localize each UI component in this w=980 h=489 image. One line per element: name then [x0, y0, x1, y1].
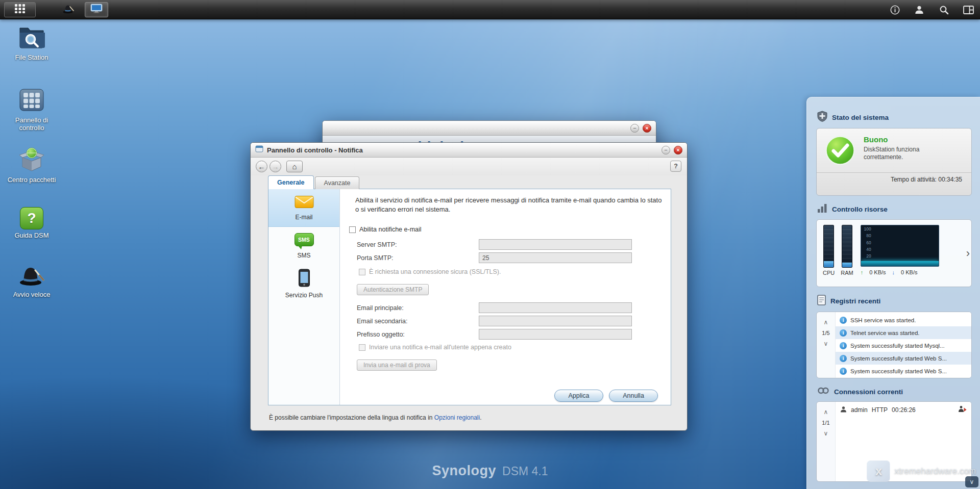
smtp-port-input[interactable]	[479, 252, 632, 263]
home-button[interactable]: ⌂	[286, 161, 303, 172]
sidebar-item-label: E-mail	[295, 214, 312, 221]
secondary-email-row: Email secondaria:	[357, 316, 632, 326]
desktop-icon-package-center[interactable]: Centro pacchetti	[5, 147, 58, 184]
smartphone-icon	[298, 269, 310, 289]
minimize-glyph: −	[633, 125, 636, 131]
notify-new-user-checkbox-row[interactable]: Inviare una notifica e-mail all'utente a…	[359, 344, 511, 351]
checkbox[interactable]	[359, 269, 365, 275]
download-rate: 0 KB/s	[901, 269, 917, 275]
widget-title: Connessioni correnti	[834, 388, 903, 396]
send-test-email-button[interactable]: Invia una e-mail di prova	[357, 359, 437, 371]
file-station-icon	[18, 25, 45, 52]
main-menu-button[interactable]	[4, 2, 36, 17]
ssl-checkbox-row[interactable]: È richiesta una connessione sicura (SSL/…	[359, 268, 501, 275]
site-watermark-text: xtremehardware.com	[894, 466, 976, 476]
sms-bubble-icon: SMS	[295, 233, 314, 249]
close-glyph: ×	[645, 125, 648, 131]
info-icon[interactable]	[888, 3, 901, 16]
desktop-icon-label: Avvio veloce	[13, 291, 51, 299]
enable-email-checkbox-row[interactable]: Abilita notifiche e-mail	[349, 226, 422, 233]
tab-generale[interactable]: Generale	[268, 175, 314, 189]
connections-page-indicator: 1/1	[822, 420, 829, 426]
footer-note-text: È possibile cambiare l'impostazione dell…	[269, 414, 434, 421]
brand-version: DSM 4.1	[502, 465, 548, 478]
help-button[interactable]: ?	[670, 161, 681, 172]
taskbar-show-desktop-app[interactable]	[85, 2, 108, 17]
upload-arrow-icon: ↑	[861, 269, 864, 275]
home-icon: ⌂	[292, 162, 297, 171]
user-icon[interactable]	[913, 3, 926, 16]
kick-user-icon[interactable]	[958, 405, 967, 414]
site-logo-icon: x	[867, 460, 890, 482]
shield-icon	[817, 111, 827, 124]
connection-protocol: HTTP	[872, 406, 888, 414]
cpu-label: CPU	[823, 270, 835, 276]
sidebar-item-push-service[interactable]: Servizio Push	[268, 265, 339, 302]
desktop-icon-label: File Station	[15, 54, 48, 62]
storage-window-titlebar[interactable]: − ×	[323, 121, 656, 136]
cpu-gauge: CPU	[823, 225, 835, 282]
widget-title: Registri recenti	[830, 297, 880, 305]
checkbox[interactable]	[359, 344, 365, 351]
tab-avanzate[interactable]: Avanzate	[315, 176, 360, 189]
logs-page-indicator: 1/5	[822, 330, 829, 336]
desktop-icon-label: Guida DSM	[14, 232, 48, 240]
close-button[interactable]: ×	[643, 124, 651, 133]
smtp-server-label: Server SMTP:	[357, 241, 479, 248]
connection-time: 00:26:26	[892, 406, 916, 414]
magician-hat-icon	[18, 263, 45, 289]
secondary-email-input[interactable]	[479, 316, 632, 326]
forward-arrow-icon: →	[272, 163, 279, 171]
desktop-icon-control-panel[interactable]: Pannello di controllo	[5, 88, 58, 132]
pilot-view-icon[interactable]	[962, 3, 975, 16]
ram-label: RAM	[841, 270, 853, 276]
page-down-button[interactable]: ∨	[824, 430, 828, 436]
sidebar-item-email[interactable]: E-mail	[268, 189, 339, 227]
connection-row: admin HTTP 00:26:26	[836, 403, 971, 416]
upload-rate: 0 KB/s	[869, 269, 886, 275]
sidebar-item-sms[interactable]: SMS SMS	[268, 227, 339, 265]
desktop-icon-dsm-help[interactable]: ? Guida DSM	[5, 207, 58, 240]
page-up-button[interactable]: ∧	[824, 319, 828, 325]
minimize-button[interactable]: −	[662, 146, 670, 155]
desktop-icon-file-station[interactable]: File Station	[5, 25, 58, 62]
apply-button[interactable]: Applica	[554, 390, 603, 402]
forward-button[interactable]: →	[270, 161, 281, 172]
smtp-auth-button[interactable]: Autenticazione SMTP	[357, 284, 429, 295]
resource-next-page-chevron[interactable]: ›	[966, 247, 970, 260]
taskbar	[0, 0, 980, 19]
smtp-server-input[interactable]	[479, 239, 632, 250]
current-connections-header: Connessioni correnti	[817, 386, 972, 397]
minimize-button[interactable]: −	[630, 124, 639, 133]
log-document-icon	[817, 295, 826, 307]
synology-watermark: Synology DSM 4.1	[432, 463, 548, 479]
log-text: System successfully started Web S...	[850, 355, 947, 362]
back-button[interactable]: ←	[256, 161, 267, 172]
tab-label: Generale	[277, 179, 305, 186]
checkbox[interactable]	[349, 226, 356, 233]
system-status-widget: Buono DiskStation funziona correttamente…	[816, 128, 972, 196]
desktop: File Station Pannello di controllo	[0, 0, 980, 489]
info-icon: i	[840, 329, 847, 337]
info-icon: i	[840, 355, 847, 362]
primary-email-input[interactable]	[479, 302, 632, 313]
control-panel-window: Pannello di controllo - Notifica − × ← →…	[250, 142, 688, 431]
regional-options-link[interactable]: Opzioni regionali	[434, 414, 480, 421]
sms-glyph: SMS	[298, 237, 310, 243]
taskbar-right-icons	[888, 0, 975, 19]
subject-prefix-input[interactable]	[479, 329, 632, 340]
footer-note-suffix: .	[480, 414, 481, 421]
close-button[interactable]: ×	[674, 146, 682, 155]
resource-monitor-header: Controllo risorse	[817, 203, 972, 215]
control-panel-titlebar[interactable]: Pannello di controllo - Notifica − ×	[251, 143, 687, 158]
desktop-icon-quick-start[interactable]: Avvio veloce	[5, 263, 58, 299]
log-text: System successfully started Mysql...	[850, 343, 945, 349]
cancel-button[interactable]: Annulla	[609, 390, 658, 402]
download-arrow-icon: ↓	[892, 269, 895, 275]
taskbar-quick-launch-app[interactable]	[57, 2, 80, 17]
widget-title: Stato del sistema	[832, 114, 889, 121]
page-up-button[interactable]: ∧	[824, 409, 828, 415]
page-down-button[interactable]: ∨	[824, 341, 828, 347]
log-row: i SSH service was started.	[836, 314, 971, 326]
search-icon[interactable]	[937, 3, 950, 16]
